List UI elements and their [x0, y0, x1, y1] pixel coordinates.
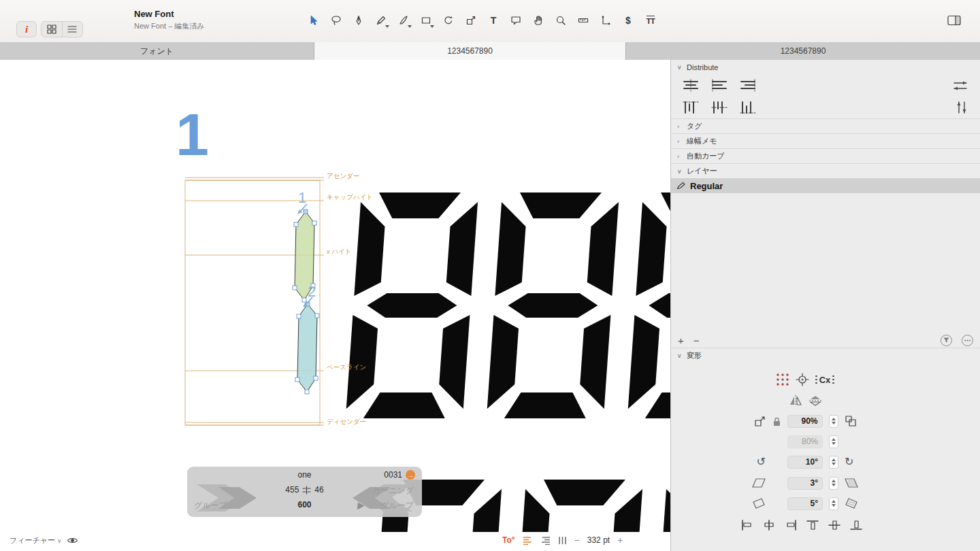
align-left-edges-icon[interactable]: [682, 101, 700, 114]
lock-icon[interactable]: [772, 416, 781, 427]
add-layer-button[interactable]: +: [678, 335, 684, 346]
distribute-vertically-icon[interactable]: [956, 101, 968, 114]
skew-stepper-1[interactable]: [829, 477, 838, 490]
tab-edit-digits-2[interactable]: 1234567890: [626, 42, 980, 60]
align-center-horizontal-button[interactable]: [762, 520, 776, 531]
section-distribute[interactable]: ∨ Distribute: [671, 60, 980, 75]
metrics-bars-icon[interactable]: [558, 536, 567, 545]
layer-more-button[interactable]: [962, 335, 973, 346]
uppercase-spacing-tool[interactable]: TT: [642, 11, 659, 30]
scale-proportional-icon[interactable]: [754, 415, 766, 427]
unicode-link-icon[interactable]: →: [406, 470, 415, 480]
pencil-tool[interactable]: [373, 11, 389, 30]
rotate-ccw-icon[interactable]: ↺: [757, 456, 766, 467]
zoom-tool[interactable]: [553, 11, 569, 30]
tab-edit-digits[interactable]: 1234567890: [314, 42, 626, 60]
kerning-view-icon[interactable]: [540, 536, 551, 545]
list-view-button[interactable]: [62, 22, 83, 37]
section-transform[interactable]: ∨ 変形: [671, 348, 980, 363]
flip-vertical-icon[interactable]: [808, 395, 822, 406]
pen-tool[interactable]: [350, 11, 367, 30]
chevron-down-icon: ∨: [57, 537, 62, 544]
measurement-badge[interactable]: To°: [502, 535, 515, 545]
align-right-button[interactable]: [784, 520, 798, 531]
skew-vertical-mirror-icon[interactable]: [845, 478, 858, 488]
transform-origin-grid-icon[interactable]: [776, 373, 789, 386]
tags-title: タグ: [687, 121, 702, 131]
glyph-edit-canvas[interactable]: 1 アセンダー キャップハイト x ハイト ベースライン ディセンダー 1 2 …: [0, 60, 670, 532]
transform-reference-point-icon[interactable]: [796, 373, 809, 386]
transform-metrics-reference[interactable]: Cx: [815, 375, 834, 385]
glyph-info-panel[interactable]: one 0031 → 455 46 カーニング グループ 600 グループ: [187, 467, 422, 517]
layer-filter-button[interactable]: [941, 335, 952, 346]
freehand-select-tool[interactable]: [328, 11, 344, 30]
skew-value-field-2[interactable]: 5°: [787, 497, 823, 510]
skew-value-field-1[interactable]: 3°: [787, 477, 823, 490]
right-sidebearing-value[interactable]: 46: [314, 485, 323, 495]
section-auto-curve[interactable]: › 自動カーブ: [671, 148, 980, 163]
align-center-vertical-icon[interactable]: [710, 101, 728, 114]
kerning-label[interactable]: カーニング: [372, 485, 414, 497]
scale-tool[interactable]: [463, 11, 479, 30]
spacing-view-icon[interactable]: [523, 536, 533, 545]
annotation-tool[interactable]: [508, 11, 524, 30]
dots-icon: [832, 375, 834, 384]
align-top-edges-icon[interactable]: [682, 79, 700, 93]
rotate-stepper[interactable]: [829, 456, 838, 469]
preview-eye-icon[interactable]: [67, 536, 78, 545]
skew-horizontal-mirror-icon[interactable]: [845, 498, 858, 509]
align-center-horizontal-icon[interactable]: [710, 79, 728, 93]
align-middle-vertical-button[interactable]: [828, 520, 841, 531]
align-bottom-button[interactable]: [849, 520, 863, 531]
text-tool[interactable]: T: [485, 11, 502, 30]
remove-layer-button[interactable]: −: [693, 335, 700, 346]
smart-glyph-tool[interactable]: $: [620, 11, 636, 30]
features-menu[interactable]: フィーチャー ∨: [10, 535, 62, 546]
features-label: フィーチャー: [10, 536, 55, 544]
zoom-in-button[interactable]: +: [617, 535, 623, 546]
align-right-edges-icon[interactable]: [739, 101, 757, 114]
scale-stepper[interactable]: [829, 415, 838, 428]
draw-tool[interactable]: [395, 11, 412, 30]
zoom-out-button[interactable]: −: [574, 535, 580, 546]
layer-pen-icon: [676, 182, 686, 190]
scale-value-field[interactable]: 90%: [787, 415, 823, 428]
kern-group-right[interactable]: グループ: [380, 500, 414, 512]
measure-tool[interactable]: [575, 11, 591, 30]
layer-item-regular[interactable]: Regular: [671, 178, 980, 193]
zoom-level[interactable]: 332 pt: [587, 535, 610, 545]
distribute-row-vertical: [671, 97, 980, 118]
select-tool[interactable]: [306, 11, 322, 30]
align-bottom-edges-icon[interactable]: [739, 79, 757, 93]
rotate-cw-icon[interactable]: ↻: [845, 456, 853, 467]
section-layers[interactable]: ∨ レイヤー: [671, 163, 980, 178]
tab-font[interactable]: フォント: [0, 42, 314, 60]
scale-secondary-field[interactable]: 80%: [787, 435, 823, 448]
sidebar-toggle-button[interactable]: [947, 15, 961, 26]
align-left-button[interactable]: [740, 520, 754, 531]
stems-tool[interactable]: [598, 11, 614, 30]
skew-stepper-2[interactable]: [829, 497, 838, 510]
speech-bubble-icon: [510, 15, 521, 26]
section-stem-memo[interactable]: › 線幅メモ: [671, 133, 980, 148]
metrics-link-icon[interactable]: [302, 486, 311, 495]
disclosure-open-icon: ∨: [677, 64, 683, 71]
flip-horizontal-icon[interactable]: [789, 395, 802, 406]
skew-horizontal-icon[interactable]: [752, 498, 766, 509]
distribute-horizontally-icon[interactable]: [953, 80, 968, 92]
align-top-button[interactable]: [806, 520, 819, 531]
primitives-tool[interactable]: [418, 11, 434, 30]
section-tags[interactable]: › タグ: [671, 118, 980, 133]
scale-copy-icon[interactable]: [845, 415, 857, 427]
rotate-tool[interactable]: [440, 11, 457, 30]
skew-vertical-icon[interactable]: [752, 478, 766, 488]
rotate-icon: [443, 15, 454, 26]
info-button[interactable]: i: [16, 21, 37, 37]
grid-view-button[interactable]: [42, 22, 62, 37]
scale-secondary-stepper[interactable]: [829, 435, 838, 448]
rotate-value-field[interactable]: 10°: [787, 456, 823, 469]
left-sidebearing-value[interactable]: 455: [285, 485, 299, 495]
advance-width-value[interactable]: 600: [297, 500, 311, 510]
hand-tool[interactable]: [530, 11, 546, 30]
layer-list-empty-area[interactable]: [671, 193, 980, 333]
